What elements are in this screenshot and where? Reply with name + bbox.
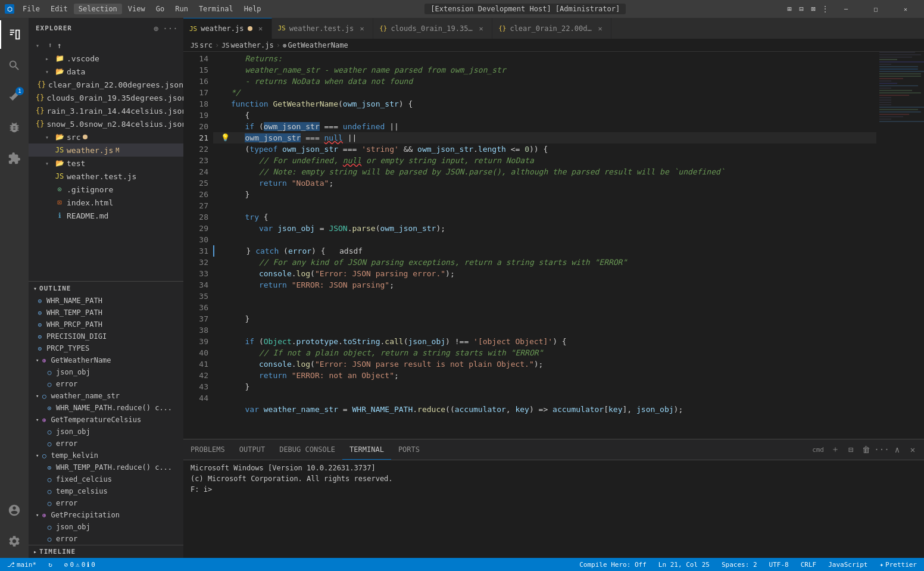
minimap[interactable] bbox=[876, 52, 924, 439]
lightbulb-icon[interactable]: 💡 bbox=[221, 132, 230, 143]
breadcrumb-weather-js[interactable]: JSweather.js bbox=[221, 41, 274, 49]
activity-extensions[interactable] bbox=[0, 144, 29, 173]
panel-tab-output[interactable]: OUTPUT bbox=[232, 439, 272, 460]
menu-file[interactable]: File bbox=[18, 4, 45, 14]
outline-weather-name-str[interactable]: ▾ ○ weather_name_str bbox=[29, 390, 183, 402]
outline-json-obj-2[interactable]: ○ json_obj bbox=[29, 426, 183, 438]
tab-clouds-json[interactable]: {} clouds_0rain_19.35degrees.json ✕ bbox=[373, 18, 492, 39]
sidebar-item-clouds-json[interactable]: {} clouds_0rain_19.35degrees.json bbox=[29, 91, 183, 104]
outline-whr-name-reduce[interactable]: ⊙ WHR_NAME_PATH.reduce() c... bbox=[29, 402, 183, 414]
outline-error-3[interactable]: ○ error bbox=[29, 497, 183, 509]
outline-json-obj-3[interactable]: ○ json_obj bbox=[29, 521, 183, 533]
activity-account[interactable] bbox=[0, 496, 29, 525]
status-compile-hero[interactable]: Compile Hero: Off bbox=[577, 558, 649, 571]
sidebar-item-src[interactable]: ▾ 📂 src bbox=[29, 130, 183, 143]
breadcrumb-src[interactable]: JSsrc bbox=[191, 41, 213, 49]
maximize-button[interactable]: □ bbox=[862, 0, 889, 18]
outline-temp-celsius[interactable]: ○ temp_celsius bbox=[29, 485, 183, 497]
sidebar-item-vscode[interactable]: ▸ 📁 .vscode bbox=[29, 52, 183, 65]
outline-temp-kelvin[interactable]: ▾ ○ temp_kelvin bbox=[29, 450, 183, 461]
panel-collapse[interactable]: ∧ bbox=[891, 443, 904, 456]
code-editor[interactable]: 14151617 181920 21 22232425 26272829 303… bbox=[183, 52, 924, 439]
outline-whr-name-path[interactable]: ⊙ WHR_NAME_PATH bbox=[29, 295, 183, 307]
tab-clear-close[interactable]: ✕ bbox=[595, 24, 605, 33]
split-icon[interactable]: ⊠ bbox=[808, 4, 818, 14]
sidebar-item-weather-test[interactable]: JS weather.test.js bbox=[29, 170, 183, 183]
minimize-button[interactable]: ─ bbox=[832, 0, 860, 18]
outline-get-weather-name[interactable]: ▾ ⊛ GetWeatherName bbox=[29, 354, 183, 366]
activity-scm[interactable]: 1 bbox=[0, 82, 29, 111]
outline-error-2[interactable]: ○ error bbox=[29, 438, 183, 450]
panel-split-terminal[interactable]: ⊟ bbox=[844, 443, 857, 456]
outline-whr-temp-path[interactable]: ⊙ WHR_TEMP_PATH bbox=[29, 307, 183, 319]
panel-add-terminal[interactable]: ＋ bbox=[829, 443, 842, 456]
status-eol[interactable]: CRLF bbox=[798, 558, 819, 571]
status-errors[interactable]: ⊘ 0 ⚠ 0 ℹ 0 bbox=[62, 558, 98, 571]
outline-error-4[interactable]: ○ error bbox=[29, 533, 183, 545]
vscode-folder-icon: 📁 bbox=[55, 54, 64, 63]
sidebar-item-readme[interactable]: ℹ README.md bbox=[29, 209, 183, 222]
breadcrumb-get-weather-name[interactable]: ⊛GetWeatherName bbox=[283, 41, 348, 49]
menu-go[interactable]: Go bbox=[151, 4, 169, 14]
more-actions-icon[interactable]: ··· bbox=[164, 23, 176, 35]
new-file-icon[interactable]: ⊕ bbox=[150, 23, 162, 35]
status-encoding[interactable]: UTF-8 bbox=[767, 558, 791, 571]
panel-trash[interactable]: 🗑 bbox=[860, 443, 873, 456]
activity-explorer[interactable] bbox=[0, 20, 29, 49]
menu-run[interactable]: Run bbox=[170, 4, 193, 14]
sidebar-item-clear-json[interactable]: {} clear_0rain_22.00degrees.json bbox=[29, 78, 183, 91]
code-content[interactable]: Returns: weather_name_str - weather name… bbox=[213, 52, 876, 439]
close-button[interactable]: ✕ bbox=[892, 0, 919, 18]
layout-icon[interactable]: ⊞ bbox=[785, 4, 794, 14]
menu-help[interactable]: Help bbox=[239, 4, 266, 14]
sidebar-item-gitignore[interactable]: ⊙ .gitignore bbox=[29, 183, 183, 196]
status-branch[interactable]: ⎇ main* bbox=[5, 558, 39, 571]
activity-debug[interactable] bbox=[0, 113, 29, 142]
outline-error-1[interactable]: ○ error bbox=[29, 378, 183, 390]
menu-view[interactable]: View bbox=[123, 4, 150, 14]
panel-tab-terminal[interactable]: TERMINAL bbox=[342, 439, 391, 460]
status-prettier[interactable]: ✦ Prettier bbox=[877, 558, 919, 571]
outline-get-temperature[interactable]: ▾ ⊛ GetTemperatureCelsius bbox=[29, 414, 183, 426]
panel-tab-problems[interactable]: PROBLEMS bbox=[183, 439, 232, 460]
activity-search[interactable] bbox=[0, 51, 29, 80]
timeline-section[interactable]: ▸ TIMELINE bbox=[29, 545, 183, 558]
status-position[interactable]: Ln 21, Col 25 bbox=[656, 558, 712, 571]
tab-clouds-close[interactable]: ✕ bbox=[476, 24, 486, 33]
panel-icon[interactable]: ⊟ bbox=[797, 4, 806, 14]
tab-weather-test-close[interactable]: ✕ bbox=[357, 24, 367, 33]
panel-tab-ports[interactable]: PORTS bbox=[391, 439, 427, 460]
sidebar-item-weather-js[interactable]: JS weather.js M bbox=[29, 143, 183, 157]
activity-settings[interactable] bbox=[0, 527, 29, 556]
sidebar-item-test[interactable]: ▾ 📂 test bbox=[29, 157, 183, 170]
outline-precision-digi[interactable]: ⊙ PRECISION_DIGI bbox=[29, 330, 183, 342]
status-language[interactable]: JavaScript bbox=[826, 558, 870, 571]
tab-weather-js[interactable]: JS weather.js ✕ bbox=[183, 18, 272, 39]
customize-icon[interactable]: ⋮ bbox=[820, 4, 830, 14]
outline-whr-temp-reduce[interactable]: ⊙ WHR_TEMP_PATH.reduce() c... bbox=[29, 461, 183, 473]
outline-header[interactable]: ▾ OUTLINE bbox=[29, 282, 183, 295]
outline-whr-prcp-path[interactable]: ⊙ WHR_PRCP_PATH bbox=[29, 319, 183, 330]
menu-terminal[interactable]: Terminal bbox=[194, 4, 238, 14]
panel-right: cmd ＋ ⊟ 🗑 ··· ∧ ✕ bbox=[810, 439, 924, 460]
sidebar-item-rain-json[interactable]: {} rain_3.1rain_14.44celsius.json bbox=[29, 104, 183, 117]
outline-get-precipitation[interactable]: ▾ ⊛ GetPrecipitation bbox=[29, 509, 183, 521]
sidebar-item-index-html[interactable]: ⊡ index.html bbox=[29, 196, 183, 209]
panel-more[interactable]: ··· bbox=[875, 443, 888, 456]
outline-fixed-celsius[interactable]: ○ fixed_celcius bbox=[29, 473, 183, 485]
tab-weather-test[interactable]: JS weather.test.js ✕ bbox=[272, 18, 374, 39]
panel-tab-debug[interactable]: DEBUG CONSOLE bbox=[272, 439, 342, 460]
panel-close[interactable]: ✕ bbox=[906, 443, 919, 456]
sidebar-item-snow-json[interactable]: {} snow_5.0snow_n2.84celsius.json bbox=[29, 117, 183, 130]
tab-clear-json[interactable]: {} clear_0rain_22.00degrees.json ✕ bbox=[492, 18, 611, 39]
tab-weather-js-close[interactable]: ✕ bbox=[256, 24, 266, 33]
status-sync[interactable]: ↻ bbox=[46, 558, 55, 571]
outline-json-obj-1[interactable]: ○ json_obj bbox=[29, 366, 183, 378]
menu-selection[interactable]: Selection bbox=[74, 4, 122, 14]
sidebar-item-data[interactable]: ▾ 📂 data bbox=[29, 65, 183, 78]
outline-prcp-types[interactable]: ⊙ PRCP_TYPES bbox=[29, 342, 183, 354]
menu-edit[interactable]: Edit bbox=[46, 4, 73, 14]
tree-root[interactable]: ▾ ⬆ ↑ bbox=[29, 39, 183, 52]
terminal-content[interactable]: Microsoft Windows [Version 10.0.22631.37… bbox=[183, 460, 924, 558]
status-spaces[interactable]: Spaces: 2 bbox=[719, 558, 760, 571]
